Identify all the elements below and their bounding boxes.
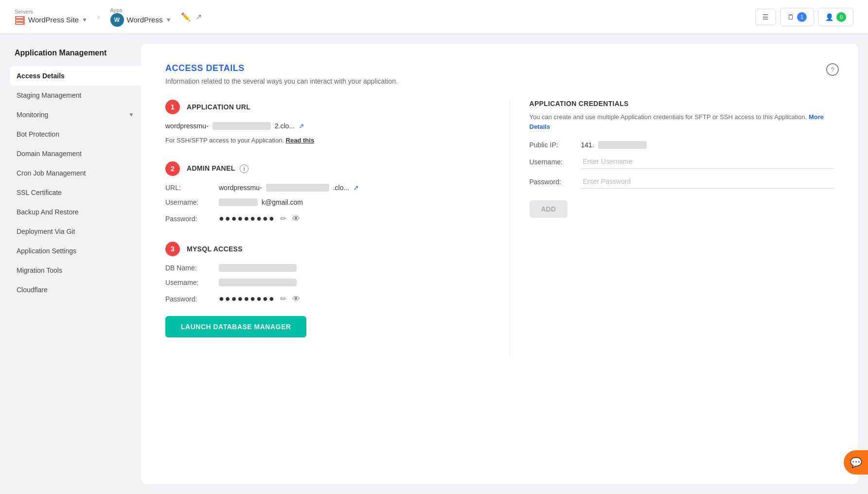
admin-password-row: Password: ●●●●●●●●● ✏ 👁: [165, 213, 490, 224]
admin-edit-password-button[interactable]: ✏: [279, 213, 287, 224]
step1-badge: 1: [165, 100, 180, 114]
left-column: 1 APPLICATION URL wordpressmu- 2.clo... …: [165, 100, 490, 355]
cred-password-row: Password:: [530, 175, 834, 189]
admin-url-external-link-icon[interactable]: ↗: [353, 184, 359, 192]
chat-icon: 💬: [850, 457, 862, 468]
admin-username-row: Username: k@gmail.com: [165, 198, 490, 206]
bell-icon: 🗒: [787, 13, 794, 21]
public-ip-value: 141.: [581, 141, 647, 149]
sidebar-item-migration-tools[interactable]: Migration Tools: [10, 261, 141, 280]
add-credentials-button[interactable]: ADD: [530, 200, 567, 218]
list-view-button[interactable]: ☰: [755, 9, 776, 25]
admin-url-value: wordpressmu- .clo... ↗: [219, 184, 359, 192]
nav-breadcrumb: Servers WordPress Site ▼ › Apps W WordPr…: [15, 7, 202, 27]
sidebar-item-monitoring[interactable]: Monitoring▼: [10, 105, 141, 124]
application-url-section: 1 APPLICATION URL wordpressmu- 2.clo... …: [165, 100, 490, 144]
nav-right-actions: ☰ 🗒 1 👤 0: [755, 8, 853, 26]
admin-password-value: ●●●●●●●●● ✏ 👁: [219, 213, 301, 224]
step3-title: MYSQL ACCESS: [187, 245, 243, 253]
sidebar-item-label: Deployment Via Git: [17, 228, 75, 235]
step2-header: 2 ADMIN PANEL i: [165, 161, 490, 176]
sidebar-item-label: Monitoring: [17, 111, 48, 119]
svg-point-2: [23, 23, 24, 24]
credentials-title: APPLICATION CREDENTIALS: [530, 100, 834, 107]
url-blurred: [213, 122, 271, 130]
launch-database-manager-button[interactable]: LAUNCH DATABASE MANAGER: [165, 316, 306, 337]
cred-username-input[interactable]: [581, 155, 834, 169]
read-this-link[interactable]: Read this: [286, 137, 315, 144]
admin-username-label: Username:: [165, 198, 214, 206]
ssh-note: For SSH/SFTP access to your Application.…: [165, 137, 490, 144]
sidebar-item-domain-management[interactable]: Domain Management: [10, 144, 141, 163]
url-suffix: 2.clo...: [275, 122, 295, 130]
mysql-view-password-button[interactable]: 👁: [291, 294, 301, 304]
server-name: WordPress Site: [28, 16, 79, 24]
sidebar-item-staging-management[interactable]: Staging Management: [10, 86, 141, 105]
db-name-value: [219, 264, 297, 272]
main-content: ? ACCESS DETAILS Information related to …: [141, 44, 858, 484]
db-name-blurred: [219, 264, 297, 272]
admin-panel-section: 2 ADMIN PANEL i URL: wordpressmu- .clo..…: [165, 161, 490, 224]
svg-point-1: [23, 20, 24, 21]
sidebar-item-label: Staging Management: [17, 91, 81, 99]
sidebar-item-cloudflare[interactable]: Cloudflare: [10, 280, 141, 300]
server-icon: [15, 15, 25, 25]
admin-password-label: Password:: [165, 215, 214, 223]
notifications-badge: 1: [797, 12, 807, 22]
sidebar-item-label: Access Details: [17, 72, 65, 80]
wordpress-icon: W: [110, 13, 124, 27]
nav-separator: ›: [97, 11, 101, 22]
sidebar-item-deployment-git[interactable]: Deployment Via Git: [10, 222, 141, 241]
credentials-description: You can create and use multiple Applicat…: [530, 112, 834, 131]
app-url-row: wordpressmu- 2.clo... ↗: [165, 122, 490, 130]
notifications-button[interactable]: 🗒 1: [780, 8, 814, 26]
mysql-edit-password-button[interactable]: ✏: [279, 293, 287, 304]
mysql-username-blurred: [219, 279, 297, 286]
url-prefix: wordpressmu-: [165, 122, 209, 130]
mysql-password-value: ●●●●●●●●● ✏ 👁: [219, 293, 301, 304]
sidebar-item-cron-job-management[interactable]: Cron Job Management: [10, 163, 141, 183]
sidebar-item-bot-protection[interactable]: Bot Protection: [10, 124, 141, 144]
mysql-username-label: Username:: [165, 279, 214, 286]
cred-username-row: Username:: [530, 155, 834, 169]
admin-panel-info-icon[interactable]: i: [240, 164, 248, 173]
sidebar: Application Management Access DetailsSta…: [0, 34, 141, 494]
apps-nav: Apps W WordPress ▼: [110, 7, 172, 27]
edit-icon[interactable]: ✏️: [181, 12, 191, 21]
server-selector[interactable]: WordPress Site ▼: [15, 15, 88, 25]
url-external-link-icon[interactable]: ↗: [299, 122, 304, 130]
app-chevron-icon: ▼: [165, 17, 171, 23]
apps-label: Apps: [110, 7, 172, 13]
sidebar-title: Application Management: [10, 49, 141, 57]
public-ip-row: Public IP: 141.: [530, 141, 834, 149]
sidebar-item-application-settings[interactable]: Application Settings: [10, 241, 141, 261]
step3-badge: 3: [165, 242, 180, 256]
sidebar-item-label: Migration Tools: [17, 266, 62, 274]
users-badge: 0: [836, 12, 846, 22]
admin-view-password-button[interactable]: 👁: [291, 213, 301, 224]
sidebar-item-ssl-certificate[interactable]: SSL Certificate: [10, 183, 141, 202]
servers-nav: Servers WordPress Site ▼: [15, 9, 88, 25]
help-icon[interactable]: ?: [826, 63, 839, 76]
external-link-icon[interactable]: ↗: [195, 12, 202, 21]
users-button[interactable]: 👤 0: [818, 8, 853, 26]
mysql-username-value: [219, 279, 297, 286]
step3-header: 3 MYSQL ACCESS: [165, 242, 490, 256]
svg-point-0: [23, 17, 24, 18]
sidebar-item-label: Backup And Restore: [17, 208, 79, 216]
chat-button[interactable]: 💬: [844, 450, 868, 475]
admin-password-dots: ●●●●●●●●●: [219, 213, 275, 224]
public-ip-label: Public IP:: [530, 141, 573, 149]
db-name-label: DB Name:: [165, 264, 214, 272]
sidebar-menu: Access DetailsStaging ManagementMonitori…: [10, 66, 141, 300]
cred-password-label: Password:: [530, 178, 573, 186]
sidebar-item-access-details[interactable]: Access Details: [10, 66, 141, 86]
step2-title: ADMIN PANEL i: [187, 164, 248, 173]
cred-password-input[interactable]: [581, 175, 834, 189]
sidebar-item-label: Bot Protection: [17, 130, 59, 138]
main-layout: Application Management Access DetailsSta…: [0, 34, 868, 494]
sidebar-item-label: SSL Certificate: [17, 189, 62, 196]
sidebar-item-backup-restore[interactable]: Backup And Restore: [10, 202, 141, 222]
step2-badge: 2: [165, 161, 180, 176]
app-selector[interactable]: W WordPress ▼: [110, 13, 172, 27]
